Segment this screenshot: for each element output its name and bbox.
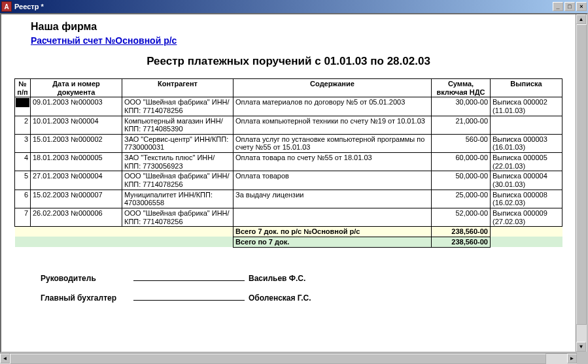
signatures: Руководитель Васильев Ф.С. Главный бухга… xyxy=(14,274,562,303)
cell-sum: 560-00 xyxy=(432,134,491,152)
cell-vyp: Выписка 000003 (16.01.03) xyxy=(491,134,562,152)
scrollbar-vertical[interactable]: ▲ ▼ xyxy=(576,14,587,352)
cell-contr: Муниципалитет ИНН/КПП: 4703006558 xyxy=(122,190,233,208)
cell-content: Оплата материалов по договору №5 от 05.0… xyxy=(233,97,432,116)
scroll-right-button[interactable]: ► xyxy=(567,354,577,363)
report-title: Реестр платежных поручений с 01.01.03 по… xyxy=(14,55,562,68)
cell-contr: ООО "Швейная фабрика" ИНН/КПП: 771407825… xyxy=(122,208,233,226)
total-row: Всего 7 док. по р/с №Основной р/с238,560… xyxy=(15,227,562,237)
cell-contr: ООО "Швейная фабрика" ИНН/КПП: 771407825… xyxy=(122,171,233,190)
cell-content: Оплата товара по счету №55 от 18.01.03 xyxy=(233,153,432,171)
cell-num: 2 xyxy=(15,116,31,134)
total-label: Всего по 7 док. xyxy=(233,237,432,247)
document-content: Наша фирма Расчетный счет №Основной р/с … xyxy=(1,14,576,352)
table-row[interactable]: 726.02.2003 №000006ООО "Швейная фабрика"… xyxy=(15,208,562,226)
signature-row: Руководитель Васильев Ф.С. xyxy=(41,274,562,283)
cell-content: Оплата товаров xyxy=(233,171,432,190)
maximize-button[interactable]: □ xyxy=(564,2,575,11)
cell-date: 18.01.2003 №000005 xyxy=(31,153,122,171)
cell-contr: Компьютерный магазин ИНН/КПП: 7714085390 xyxy=(122,116,233,134)
scrollbar-horizontal[interactable]: ◄ ► xyxy=(0,353,577,364)
cell-date: 09.01.2003 №000003 xyxy=(31,97,122,116)
window: A Реестр * _ □ × Наша фирма Расчетный сч… xyxy=(0,0,588,364)
signature-label: Руководитель xyxy=(41,274,132,283)
th-num: № п/п xyxy=(15,79,31,97)
table-row[interactable]: 527.01.2003 №000004ООО "Швейная фабрика"… xyxy=(15,171,562,190)
table-row[interactable]: 210.01.2003 №00004Компьютерный магазин И… xyxy=(15,116,562,134)
th-date: Дата и номер документа xyxy=(31,79,122,97)
cell-num: 4 xyxy=(15,153,31,171)
scroll-thumb-h[interactable] xyxy=(10,354,546,364)
table-header-row: № п/п Дата и номер документа Контрагент … xyxy=(15,79,562,97)
cell-content: Оплата компьютерной техники по счету №19… xyxy=(233,116,432,134)
register-table: № п/п Дата и номер документа Контрагент … xyxy=(14,78,562,248)
cell-vyp: Выписка 000005 (22.01.03) xyxy=(491,153,562,171)
account-link[interactable]: Расчетный счет №Основной р/с xyxy=(31,35,177,46)
total-row: Всего по 7 док.238,560-00 xyxy=(15,237,562,247)
cell-sum: 21,000-00 xyxy=(432,116,491,134)
scrollbar-corner xyxy=(577,353,588,364)
table-row[interactable]: 09.01.2003 №000003ООО "Швейная фабрика" … xyxy=(15,97,562,116)
cell-date: 26.02.2003 №000006 xyxy=(31,208,122,226)
cell-date: 15.02.2003 №000007 xyxy=(31,190,122,208)
window-controls: _ □ × xyxy=(553,2,587,11)
scroll-up-button[interactable]: ▲ xyxy=(576,14,586,24)
th-vyp: Выписка xyxy=(491,79,562,97)
signature-row: Главный бухгалтер Оболенская Г.С. xyxy=(41,293,562,303)
cell-num xyxy=(15,97,31,116)
signature-name: Васильев Ф.С. xyxy=(249,274,305,283)
cell-sum: 30,000-00 xyxy=(432,97,491,116)
signature-line xyxy=(133,300,245,301)
scroll-down-button[interactable]: ▼ xyxy=(576,342,586,352)
titlebar: A Реестр * _ □ × xyxy=(0,0,588,13)
th-contr: Контрагент xyxy=(122,79,233,97)
signature-label: Главный бухгалтер xyxy=(41,293,132,303)
cell-contr: ЗАО "Сервис-центр" ИНН/КПП: 7730000031 xyxy=(122,134,233,152)
table-row[interactable]: 315.01.2003 №000002ЗАО "Сервис-центр" ИН… xyxy=(15,134,562,152)
cell-num: 6 xyxy=(15,190,31,208)
cell-sum: 52,000-00 xyxy=(432,208,491,226)
minimize-button[interactable]: _ xyxy=(553,2,563,11)
cell-date: 10.01.2003 №00004 xyxy=(31,116,122,134)
cell-vyp: Выписка 000004 (30.01.03) xyxy=(491,171,562,190)
total-label: Всего 7 док. по р/с №Основной р/с xyxy=(233,227,432,237)
company-name: Наша фирма xyxy=(31,21,562,33)
cell-content: Оплата услуг по установке компьютерной п… xyxy=(233,134,432,152)
cell-num: 5 xyxy=(15,171,31,190)
close-button[interactable]: × xyxy=(576,2,587,11)
total-sum: 238,560-00 xyxy=(432,227,491,237)
table-row[interactable]: 418.01.2003 №000005ЗАО "Текстиль плюс" И… xyxy=(15,153,562,171)
cell-vyp: Выписка 000009 (27.02.03) xyxy=(491,208,562,226)
cell-vyp: Выписка 000002 (11.01.03) xyxy=(491,97,562,116)
cell-content xyxy=(233,208,432,226)
cell-sum: 60,000-00 xyxy=(432,153,491,171)
scroll-thumb-v[interactable] xyxy=(576,24,587,325)
cell-sum: 50,000-00 xyxy=(432,171,491,190)
cell-date: 27.01.2003 №000004 xyxy=(31,171,122,190)
window-title: Реестр * xyxy=(14,3,553,10)
client-area: Наша фирма Расчетный счет №Основной р/с … xyxy=(0,13,588,353)
total-sum: 238,560-00 xyxy=(432,237,491,247)
cell-vyp: Выписка 000008 (16.02.03) xyxy=(491,190,562,208)
signature-name: Оболенская Г.С. xyxy=(249,293,311,303)
signature-line xyxy=(133,280,245,281)
app-icon: A xyxy=(1,1,12,12)
cell-sum: 25,000-00 xyxy=(432,190,491,208)
th-sum: Сумма, включая НДС xyxy=(432,79,491,97)
cell-num: 7 xyxy=(15,208,31,226)
scroll-track-v[interactable] xyxy=(576,24,587,342)
cell-vyp xyxy=(491,116,562,134)
scroll-left-button[interactable]: ◄ xyxy=(0,354,10,363)
scroll-track-h[interactable] xyxy=(10,354,567,364)
table-row[interactable]: 615.02.2003 №000007Муниципалитет ИНН/КПП… xyxy=(15,190,562,208)
cell-content: За выдачу лицензии xyxy=(233,190,432,208)
cell-contr: ЗАО "Текстиль плюс" ИНН/КПП: 7730056923 xyxy=(122,153,233,171)
cell-contr: ООО "Швейная фабрика" ИНН/КПП: 771407825… xyxy=(122,97,233,116)
cell-num: 3 xyxy=(15,134,31,152)
th-content: Содержание xyxy=(233,79,432,97)
selection-marker xyxy=(16,98,29,107)
cell-date: 15.01.2003 №000002 xyxy=(31,134,122,152)
